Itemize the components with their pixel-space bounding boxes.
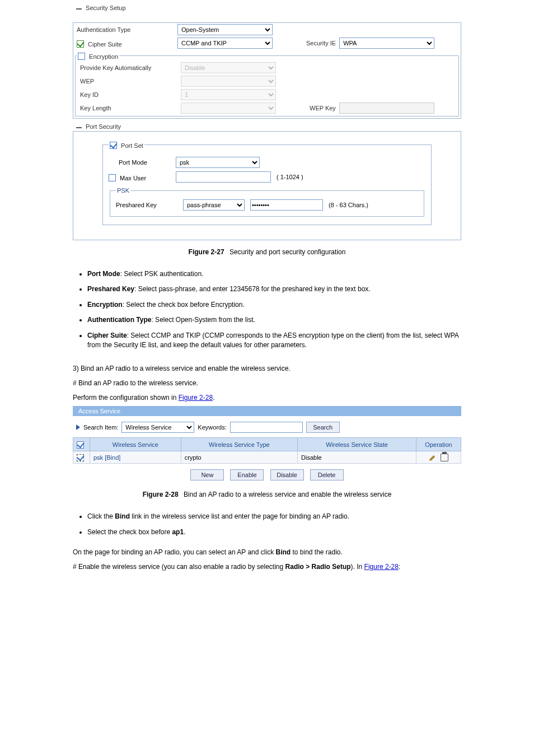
paragraph: On the page for binding an AP radio, you… — [73, 548, 461, 556]
preshared-label: Preshared Key — [116, 202, 177, 208]
keyid-select: 1 — [181, 89, 276, 100]
security-ie-label: Security IE — [306, 40, 336, 46]
step-text: # Bind an AP radio to the wireless servi… — [73, 379, 461, 387]
security-setup-header: Security Setup — [76, 4, 461, 11]
figure-crossref[interactable]: Figure 2-28 — [179, 394, 213, 402]
keywords-label: Keywords: — [198, 424, 226, 431]
paragraph: # Enable the wireless service (you can a… — [73, 563, 461, 571]
wireless-service-table: Wireless Service Wireless Service Type W… — [73, 437, 461, 464]
figure-crossref[interactable]: Figure 2-28 — [364, 563, 399, 571]
cell-type: crypto — [181, 451, 297, 464]
tab-bar: Access Service — [73, 406, 461, 416]
figure-caption-2: Figure 2-28 Bind an AP radio to a wirele… — [73, 491, 461, 498]
list-item: Encryption: Select the check box before … — [87, 300, 461, 310]
portset-legend: Port Set — [121, 142, 143, 149]
maxuser-hint: ( 1-1024 ) — [277, 174, 303, 180]
keywords-input[interactable] — [230, 422, 303, 433]
access-service-panel: Access Service Search Item: Wireless Ser… — [73, 406, 461, 483]
keylen-label: Key Length — [80, 105, 181, 111]
enable-button[interactable]: Enable — [230, 469, 264, 480]
encryption-fieldset: Encryption Provide Key Automatically Dis… — [75, 52, 459, 116]
cell-state: Disable — [298, 451, 416, 464]
preshared-type-select[interactable]: pass-phrase — [183, 199, 245, 211]
search-item-label: Search Item: — [83, 424, 118, 431]
col-wireless-service: Wireless Service — [90, 438, 181, 451]
expand-icon[interactable] — [76, 424, 80, 430]
preshared-key-input[interactable] — [250, 199, 323, 211]
service-name-link[interactable]: psk — [93, 454, 103, 461]
select-all-checkbox[interactable] — [77, 441, 84, 449]
keyid-label: Key ID — [80, 91, 181, 98]
new-button[interactable]: New — [190, 469, 224, 480]
portset-fieldset: Port Set Port Mode psk Max User ( 1-1024… — [102, 141, 432, 225]
wepkey-input — [339, 102, 434, 114]
encryption-legend: Encryption — [89, 53, 118, 60]
portmode-label: Port Mode — [109, 159, 170, 166]
psk-fieldset: PSK Preshared Key pass-phrase (8 - 63 Ch… — [110, 187, 424, 217]
delete-icon[interactable] — [441, 454, 448, 461]
tab-access-service[interactable]: Access Service — [78, 408, 120, 414]
maxuser-input[interactable] — [176, 171, 271, 183]
search-button[interactable]: Search — [306, 422, 340, 433]
maxuser-checkbox[interactable] — [109, 174, 116, 181]
figure-caption-1: Figure 2-27 Security and port security c… — [73, 248, 461, 256]
list-item: Cipher Suite: Select CCMP and TKIP (CCMP… — [87, 331, 461, 351]
list-item: Preshared Key: Select pass-phrase, and e… — [87, 284, 461, 294]
delete-button[interactable]: Delete — [310, 469, 344, 480]
port-security-header: Port Security — [76, 123, 461, 130]
port-security-panel: Port Set Port Mode psk Max User ( 1-1024… — [73, 131, 461, 240]
portset-checkbox[interactable] — [110, 142, 117, 149]
step-text: Perform the configuration shown in Figur… — [73, 394, 461, 402]
portmode-select[interactable]: psk — [176, 157, 260, 168]
security-ie-select[interactable]: WPA — [339, 38, 434, 49]
keylen-select — [181, 102, 276, 114]
list-item: Select the check box before ap1. — [87, 528, 461, 537]
collapse-icon[interactable] — [76, 8, 82, 10]
cipher-suite-checkbox[interactable] — [77, 40, 84, 48]
cipher-suite-label: Cipher Suite — [77, 39, 177, 48]
config-notes-list: Port Mode: Select PSK authentication. Pr… — [87, 269, 461, 350]
psk-legend: PSK — [116, 187, 130, 194]
wepkey-label: WEP Key — [310, 105, 336, 111]
list-item: Port Mode: Select PSK authentication. — [87, 269, 461, 279]
search-item-select[interactable]: Wireless Service — [121, 422, 194, 433]
list-item: Click the Bind link in the wireless serv… — [87, 512, 461, 521]
collapse-icon[interactable] — [76, 127, 82, 128]
col-wireless-service-state: Wireless Service State — [298, 438, 416, 451]
maxuser-label: Max User — [109, 173, 170, 181]
auth-type-select[interactable]: Open-System — [177, 24, 273, 35]
wep-select — [181, 76, 276, 87]
list-item: Authentication Type: Select Open-System … — [87, 315, 461, 325]
security-panel: Authentication Type Open-System Cipher S… — [73, 22, 461, 119]
bind-link[interactable]: [Bind] — [105, 454, 120, 461]
provide-key-label: Provide Key Automatically — [80, 64, 181, 71]
col-wireless-service-type: Wireless Service Type — [181, 438, 297, 451]
table-row: psk [Bind] crypto Disable — [73, 451, 461, 464]
col-operation: Operation — [416, 438, 461, 451]
provide-key-select: Disable — [181, 62, 276, 73]
cipher-suite-select[interactable]: CCMP and TKIP — [177, 38, 273, 49]
wep-label: WEP — [80, 78, 181, 85]
row-checkbox[interactable] — [77, 454, 84, 461]
edit-icon[interactable] — [429, 454, 437, 461]
encryption-checkbox[interactable] — [78, 53, 85, 60]
bind-notes-list: Click the Bind link in the wireless serv… — [87, 512, 461, 537]
auth-type-label: Authentication Type — [77, 26, 177, 33]
step-heading: 3) Bind an AP radio to a wireless servic… — [73, 365, 461, 372]
disable-button[interactable]: Disable — [270, 469, 304, 480]
preshared-hint: (8 - 63 Chars.) — [329, 202, 368, 208]
